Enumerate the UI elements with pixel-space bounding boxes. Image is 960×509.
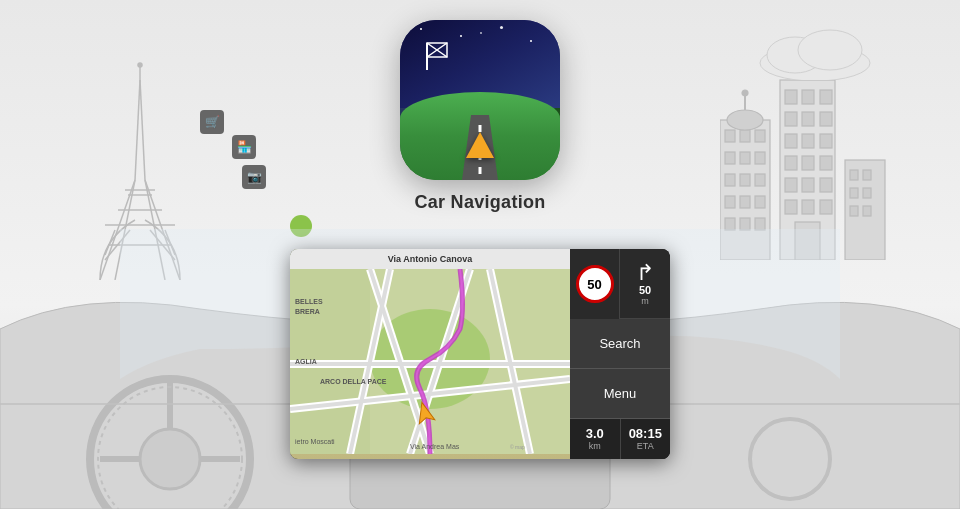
svg-text:Via Andrea Mas: Via Andrea Mas — [410, 443, 460, 450]
svg-rect-43 — [785, 134, 797, 148]
eta-value: 08:15 — [629, 427, 662, 441]
poi-shopping-icon: 🛒 — [200, 110, 224, 134]
svg-rect-53 — [802, 200, 814, 214]
svg-text:AGLIA: AGLIA — [295, 358, 317, 365]
svg-rect-24 — [725, 174, 735, 186]
svg-rect-45 — [820, 134, 832, 148]
distance-stat: 3.0 km — [570, 419, 621, 459]
svg-rect-23 — [755, 152, 765, 164]
svg-rect-49 — [785, 178, 797, 192]
svg-rect-41 — [802, 112, 814, 126]
direction-distance: 50 — [639, 284, 651, 296]
svg-rect-37 — [785, 90, 797, 104]
svg-rect-57 — [850, 170, 858, 180]
speed-limit-panel: 50 — [570, 249, 620, 319]
svg-point-67 — [140, 429, 200, 489]
svg-rect-38 — [802, 90, 814, 104]
direction-panel: ↱ 50 m — [620, 249, 670, 318]
svg-rect-51 — [820, 178, 832, 192]
svg-rect-29 — [755, 196, 765, 208]
svg-rect-28 — [740, 196, 750, 208]
svg-text:© map: © map — [510, 444, 525, 450]
svg-rect-26 — [755, 174, 765, 186]
nav-stats-bar: 3.0 km 08:15 ETA — [570, 419, 670, 459]
app-title: Car Navigation — [400, 192, 560, 213]
svg-rect-50 — [802, 178, 814, 192]
svg-rect-21 — [725, 152, 735, 164]
svg-text:BELLES: BELLES — [295, 298, 323, 305]
navigation-screen: Via Antonio Canova — [290, 249, 670, 459]
svg-rect-42 — [820, 112, 832, 126]
svg-rect-52 — [785, 200, 797, 214]
distance-value: 3.0 — [586, 427, 604, 441]
svg-point-65 — [798, 30, 862, 70]
eta-label: ETA — [637, 441, 654, 451]
main-scene: 🛒 🏪 📷 — [0, 0, 960, 509]
svg-rect-19 — [740, 130, 750, 142]
svg-rect-25 — [740, 174, 750, 186]
street-name-bar: Via Antonio Canova — [290, 249, 570, 269]
svg-point-16 — [138, 63, 142, 67]
menu-button[interactable]: Menu — [570, 369, 670, 419]
svg-rect-20 — [755, 130, 765, 142]
svg-text:ietro Moscati: ietro Moscati — [295, 438, 335, 445]
svg-rect-27 — [725, 196, 735, 208]
svg-text:ARCO DELLA PACE: ARCO DELLA PACE — [320, 378, 387, 385]
nav-sidebar: 50 ↱ 50 m Search Menu 3.0 — [570, 249, 670, 459]
svg-rect-58 — [863, 170, 871, 180]
svg-text:BRERA: BRERA — [295, 308, 320, 315]
svg-rect-40 — [785, 112, 797, 126]
svg-rect-22 — [740, 152, 750, 164]
svg-rect-59 — [850, 188, 858, 198]
svg-rect-46 — [785, 156, 797, 170]
app-icon — [400, 20, 560, 180]
svg-line-7 — [140, 80, 145, 180]
svg-line-6 — [135, 80, 140, 180]
nav-map: Via Antonio Canova — [290, 249, 570, 459]
direction-unit: m — [641, 296, 649, 306]
svg-rect-39 — [820, 90, 832, 104]
svg-rect-54 — [820, 200, 832, 214]
search-button[interactable]: Search — [570, 319, 670, 369]
nav-top-panel: 50 ↱ 50 m — [570, 249, 670, 319]
svg-rect-61 — [850, 206, 858, 216]
cloud-1 — [755, 25, 875, 84]
direction-icon: ↱ — [636, 262, 654, 284]
eta-stat: 08:15 ETA — [621, 419, 671, 459]
speed-circle: 50 — [576, 265, 614, 303]
svg-rect-60 — [863, 188, 871, 198]
distance-label: km — [589, 441, 601, 451]
svg-point-35 — [742, 90, 748, 96]
app-icon-container: Car Navigation — [400, 20, 560, 213]
speed-limit-value: 50 — [587, 277, 601, 292]
poi-store-icon: 🏪 — [232, 135, 256, 159]
svg-rect-62 — [863, 206, 871, 216]
svg-rect-48 — [820, 156, 832, 170]
svg-rect-18 — [725, 130, 735, 142]
poi-camera-icon: 📷 — [242, 165, 266, 189]
svg-rect-47 — [802, 156, 814, 170]
street-name: Via Antonio Canova — [388, 254, 473, 264]
svg-point-33 — [727, 110, 763, 130]
svg-rect-44 — [802, 134, 814, 148]
